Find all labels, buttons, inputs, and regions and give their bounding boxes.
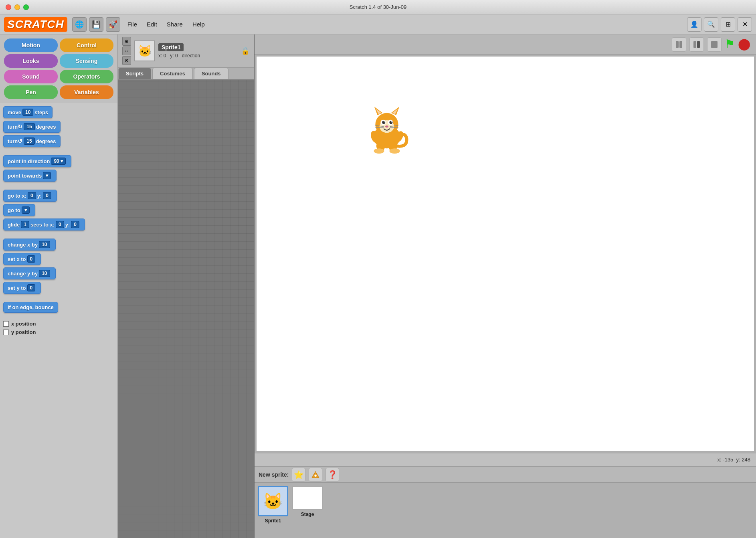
block-y-position-row: y position	[3, 329, 114, 335]
menu-help[interactable]: Help	[188, 19, 210, 29]
close-button[interactable]	[6, 4, 11, 10]
stage-x-coord: x: -135	[718, 457, 734, 463]
titlebar-buttons	[6, 4, 29, 10]
maximize-button[interactable]	[23, 4, 29, 10]
category-pen[interactable]: Pen	[4, 85, 58, 99]
view-small-button[interactable]	[672, 37, 686, 52]
menu-share[interactable]: Share	[162, 19, 188, 29]
save-icon-button[interactable]: 💾	[89, 17, 103, 32]
block-turn-ccw[interactable]: turn ↺ 15 degrees	[3, 135, 61, 147]
main-layout: Motion Control Looks Sensing Sound Opera…	[0, 34, 756, 538]
category-sensing[interactable]: Sensing	[60, 54, 113, 68]
block-change-x[interactable]: change x by 10	[3, 239, 56, 251]
block-go-to[interactable]: go to ▾	[3, 204, 35, 216]
category-control[interactable]: Control	[60, 38, 113, 52]
cat-sprite	[361, 105, 413, 157]
tab-sounds[interactable]: Sounds	[194, 68, 228, 79]
tab-scripts[interactable]: Scripts	[118, 68, 151, 79]
block-move[interactable]: move 10 steps	[3, 106, 53, 118]
svg-rect-1	[679, 41, 682, 48]
new-sprite-paint-button[interactable]: ⭐	[292, 468, 305, 481]
titlebar: Scratch 1.4 of 30-Jun-09	[0, 0, 756, 14]
stage-y-coord: y: 248	[736, 457, 750, 463]
menu-file[interactable]: File	[123, 19, 142, 29]
sprite-info: Sprite1 x: 0 y: 0 direction	[158, 43, 238, 59]
svg-point-17	[391, 121, 392, 123]
sprite-ctrl-1[interactable]: ⊕	[122, 37, 131, 46]
sprite-thumb-sprite1: 🐱	[258, 486, 288, 516]
block-point-direction[interactable]: point in direction 90 ▾	[3, 155, 71, 167]
svg-point-18	[385, 125, 388, 127]
stage-label: Stage	[301, 512, 314, 517]
right-panel: ⚑ ⬤	[255, 34, 756, 538]
sprites-panel: New sprite: ⭐ ★ ❓ 🐱 Sprite1 Stage	[255, 466, 756, 538]
menubar: SCRATCH 🌐 💾 🚀 File Edit Share Help 👤 🔍 ⊞…	[0, 14, 756, 34]
svg-rect-3	[697, 41, 700, 48]
green-flag-icon[interactable]: ⚑	[725, 37, 735, 52]
sprites-toolbar: New sprite: ⭐ ★ ❓	[255, 467, 756, 483]
window-title: Scratch 1.4 of 30-Jun-09	[350, 4, 406, 10]
svg-text:★: ★	[314, 474, 317, 478]
category-sound[interactable]: Sound	[4, 70, 58, 83]
left-panel: Motion Control Looks Sensing Sound Opera…	[0, 34, 118, 538]
categories-panel: Motion Control Looks Sensing Sound Opera…	[0, 34, 117, 103]
x-position-checkbox[interactable]	[3, 321, 9, 327]
svg-point-27	[374, 148, 384, 154]
category-operators[interactable]: Operators	[60, 70, 113, 83]
search-icon-button[interactable]: 🔍	[704, 17, 718, 32]
svg-point-28	[390, 148, 400, 154]
block-turn-cw[interactable]: turn ↻ 15 degrees	[3, 121, 61, 133]
block-point-towards[interactable]: point towards ▾	[3, 170, 57, 182]
view-large-button[interactable]	[707, 37, 722, 52]
globe-icon-button[interactable]: 🌐	[72, 17, 87, 32]
shrink-icon-button[interactable]: ✕	[738, 17, 752, 32]
category-looks[interactable]: Looks	[4, 54, 58, 68]
svg-point-16	[384, 121, 385, 123]
sprite-item-stage[interactable]: Stage	[292, 486, 323, 517]
sprite-ctrl-2[interactable]: ↔	[122, 47, 131, 55]
sprite-name: Sprite1	[158, 43, 184, 51]
block-set-x[interactable]: set x to 0	[3, 253, 41, 265]
fullscreen-icon-button[interactable]: ⊞	[721, 17, 735, 32]
block-change-y[interactable]: change y by 10	[3, 267, 56, 279]
new-sprite-open-button[interactable]: ★	[309, 468, 322, 481]
category-motion[interactable]: Motion	[4, 38, 58, 52]
svg-rect-2	[693, 41, 696, 48]
sprite-label-sprite1: Sprite1	[265, 518, 281, 524]
sprite-item-sprite1[interactable]: 🐱 Sprite1	[258, 486, 288, 524]
scripts-area[interactable]	[118, 80, 254, 538]
toolbar-right: 👤 🔍 ⊞ ✕	[687, 17, 752, 32]
block-go-to-xy[interactable]: go to x: 0 y: 0	[3, 190, 57, 202]
red-stop-icon[interactable]: ⬤	[738, 37, 750, 52]
block-set-y[interactable]: set y to 0	[3, 282, 41, 294]
stage-canvas	[256, 56, 754, 451]
share-icon-button[interactable]: 🚀	[106, 17, 120, 32]
minimize-button[interactable]	[14, 4, 20, 10]
stage-status: x: -135 y: 248	[255, 453, 756, 466]
sprite-controls: ⊕ ↔ ⊗	[122, 37, 131, 65]
block-bounce[interactable]: if on edge, bounce	[3, 302, 58, 313]
sprite-thumbnail: 🐱	[134, 40, 155, 61]
tabs: Scripts Costumes Sounds	[118, 68, 254, 80]
category-variables[interactable]: Variables	[60, 85, 113, 99]
tab-costumes[interactable]: Costumes	[152, 68, 193, 79]
svg-point-14	[382, 121, 385, 124]
y-position-checkbox[interactable]	[3, 330, 9, 335]
sprite-header: ⊕ ↔ ⊗ 🐱 Sprite1 x: 0 y: 0 direction 🔒	[118, 34, 254, 68]
svg-rect-0	[676, 41, 679, 48]
sprite-ctrl-3[interactable]: ⊗	[122, 56, 131, 65]
sprite-coords: x: 0 y: 0 direction	[158, 53, 238, 59]
lock-icon[interactable]: 🔒	[241, 47, 250, 55]
user-icon-button[interactable]: 👤	[687, 17, 701, 32]
sprites-list: 🐱 Sprite1 Stage	[255, 483, 756, 538]
block-x-position-row: x position	[3, 321, 114, 327]
menu-edit[interactable]: Edit	[142, 19, 162, 29]
stage-toolbar: ⚑ ⬤	[255, 34, 756, 55]
scratch-logo: SCRATCH	[4, 17, 67, 32]
stage-thumb	[292, 486, 323, 510]
block-glide[interactable]: glide 1 secs to x: 0 y: 0	[3, 218, 85, 231]
new-sprite-random-button[interactable]: ❓	[325, 468, 339, 481]
y-position-label: y position	[11, 329, 36, 335]
view-medium-button[interactable]	[689, 37, 704, 52]
svg-rect-4	[711, 41, 718, 48]
